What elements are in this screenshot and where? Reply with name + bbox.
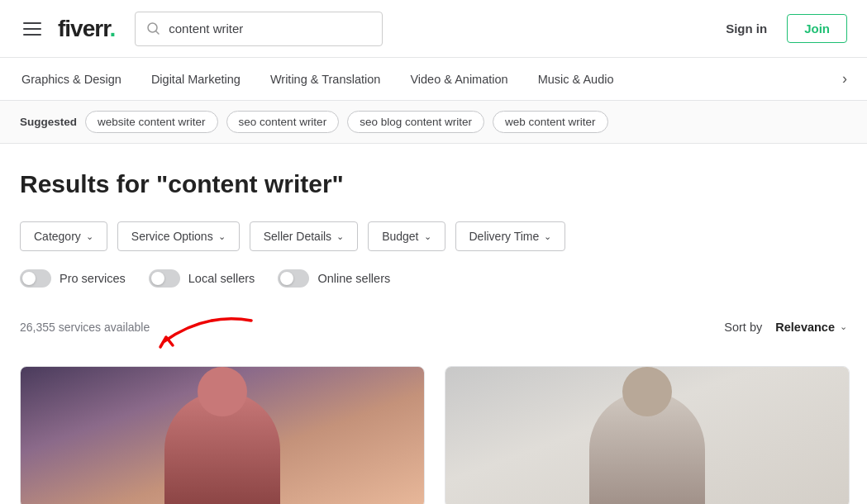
filter-service-options[interactable]: Service Options ⌄ [117,221,240,251]
filter-budget-label: Budget [382,230,418,243]
filter-bar: Category ⌄ Service Options ⌄ Seller Deta… [20,221,847,251]
sort-by-label: Sort by [724,321,762,334]
cat-nav-video-animation[interactable]: Video & Animation [408,58,509,100]
results-title: Results for "content writer" [20,170,847,198]
local-sellers-label: Local sellers [188,272,255,285]
filter-service-options-label: Service Options [131,230,213,243]
main-content: Results for "content writer" Category ⌄ … [0,144,867,504]
suggested-chip-web[interactable]: web content writer [493,111,608,133]
gig-card-2-image [445,367,849,504]
header-nav: Sign in Join [726,14,847,43]
sort-by-chevron-icon: ⌄ [840,321,847,332]
pro-services-label: Pro services [60,272,126,285]
category-nav: Graphics & Design Digital Marketing Writ… [0,58,867,101]
suggested-label: Suggested [20,116,77,128]
local-sellers-toggle-item: Local sellers [149,269,255,288]
search-bar[interactable] [135,12,383,46]
gig-card-1-image [21,367,424,504]
local-sellers-toggle[interactable] [149,269,180,288]
gig-card-2[interactable] [445,366,850,504]
cat-nav-more-arrow[interactable]: › [842,70,847,88]
card-grid [20,366,847,504]
cat-nav-music-audio[interactable]: Music & Audio [536,58,616,100]
filter-budget[interactable]: Budget ⌄ [368,221,445,251]
filter-seller-details[interactable]: Seller Details ⌄ [250,221,358,251]
logo-dot: . [110,16,116,41]
toggle-row: Pro services Local sellers Online seller… [20,269,847,288]
red-arrow-annotation [156,304,255,349]
online-sellers-toggle-item: Online sellers [278,269,390,288]
online-sellers-toggle[interactable] [278,269,309,288]
cat-nav-digital-marketing[interactable]: Digital Marketing [150,58,242,100]
logo[interactable]: fiverr. [58,16,115,42]
sign-in-button[interactable]: Sign in [726,21,767,36]
chevron-down-icon: ⌄ [218,231,226,242]
filter-delivery-time[interactable]: Delivery Time ⌄ [455,221,566,251]
services-count-text: 26,355 services available [20,321,150,334]
logo-text: fiverr [58,16,110,41]
sort-by[interactable]: Sort by Relevance ⌄ [724,321,847,334]
services-count: 26,355 services available [20,304,255,349]
sort-by-value: Relevance [775,321,835,334]
suggested-chip-seo[interactable]: seo content writer [226,111,340,133]
cat-nav-graphics-design[interactable]: Graphics & Design [20,58,123,100]
gig-card-1[interactable] [20,366,425,504]
chevron-down-icon: ⌄ [336,231,344,242]
chevron-down-icon: ⌄ [424,231,431,242]
count-row: 26,355 services available Sort by Releva… [20,304,847,349]
header: fiverr. Sign in Join [0,0,867,58]
search-input[interactable] [169,21,370,36]
filter-category[interactable]: Category ⌄ [20,221,107,251]
filter-category-label: Category [34,230,81,243]
cat-nav-writing-translation[interactable]: Writing & Translation [269,58,383,100]
suggested-chip-seo-blog[interactable]: seo blog content writer [347,111,484,133]
online-sellers-label: Online sellers [317,272,390,285]
hamburger-menu[interactable] [20,19,45,39]
suggested-bar: Suggested website content writer seo con… [0,101,867,144]
join-button[interactable]: Join [787,14,847,43]
chevron-down-icon: ⌄ [86,231,93,242]
filter-delivery-time-label: Delivery Time [469,230,540,243]
pro-services-toggle[interactable] [20,269,51,288]
search-icon [147,22,160,36]
filter-seller-details-label: Seller Details [264,230,331,243]
chevron-down-icon: ⌄ [544,231,551,242]
pro-services-toggle-item: Pro services [20,269,126,288]
suggested-chip-website[interactable]: website content writer [85,111,218,133]
